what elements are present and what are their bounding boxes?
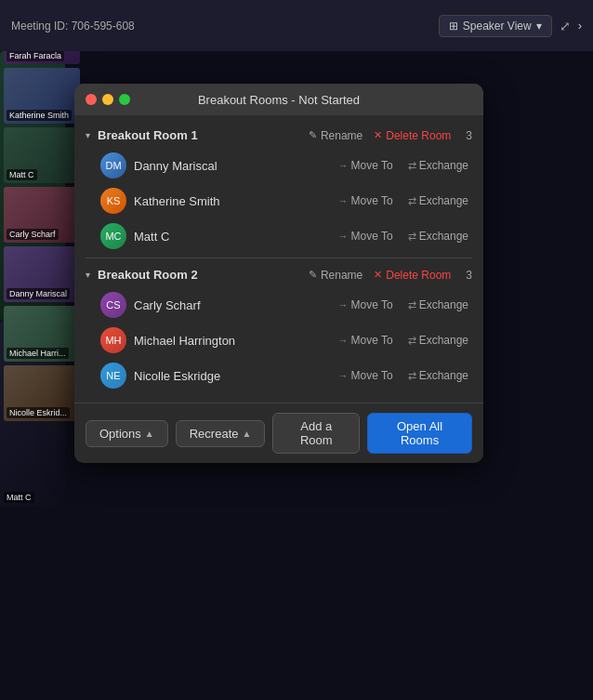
rename-label-2: Rename xyxy=(321,269,362,282)
top-bar-right: ⊞ Speaker View ▾ ⤢ › xyxy=(439,15,582,37)
room-1-header: ▾ Breakout Room 1 ✎ Rename ✕ Delete Room… xyxy=(74,123,483,148)
move-icon-katherine: → xyxy=(337,195,348,206)
participant-name-danny: Danny Mariscal xyxy=(134,159,326,173)
room-divider xyxy=(86,258,472,258)
room-1-rename-button[interactable]: ✎ Rename xyxy=(309,129,362,142)
traffic-lights xyxy=(86,94,130,105)
move-to-label-carly: Move To xyxy=(350,298,392,311)
room-2-chevron[interactable]: ▾ xyxy=(86,270,90,280)
delete-label-2: Delete Room xyxy=(386,269,451,282)
recreate-button[interactable]: Recreate ▲ xyxy=(176,420,266,447)
expand-icon[interactable]: ⤢ xyxy=(560,19,571,33)
recreate-label: Recreate xyxy=(190,427,239,441)
speaker-view-icon: ⊞ xyxy=(449,20,458,33)
participant-name-matt: Matt C xyxy=(134,230,326,244)
room-1-delete-button[interactable]: ✕ Delete Room xyxy=(374,129,451,142)
participant-actions-carly: → Move To ⇄ Exchange xyxy=(334,297,472,313)
breakout-rooms-modal: Breakout Rooms - Not Started ▾ Breakout … xyxy=(74,84,483,463)
room-2-actions: ✎ Rename ✕ Delete Room 3 xyxy=(309,269,472,282)
options-label: Options xyxy=(99,427,141,441)
room-2-header: ▾ Breakout Room 2 ✎ Rename ✕ Delete Room… xyxy=(74,262,483,287)
room-section-1: ▾ Breakout Room 1 ✎ Rename ✕ Delete Room… xyxy=(74,123,483,254)
move-icon-nicolle: → xyxy=(337,370,348,381)
exchange-icon-carly: ⇄ xyxy=(408,299,416,311)
exchange-label-matt: Exchange xyxy=(419,230,468,243)
participant-name-michael: Michael Harrington xyxy=(134,334,326,348)
participant-row-michael: MH Michael Harrington → Move To ⇄ Exchan… xyxy=(74,323,483,358)
move-to-label-danny: Move To xyxy=(350,159,392,172)
dropdown-icon: ▾ xyxy=(536,20,542,33)
exchange-button-katherine[interactable]: ⇄ Exchange xyxy=(404,192,472,209)
avatar-nicolle: NE xyxy=(100,363,126,389)
participant-actions-michael: → Move To ⇄ Exchange xyxy=(334,332,472,349)
exchange-button-carly[interactable]: ⇄ Exchange xyxy=(404,297,472,313)
rp-matt: Matt C xyxy=(4,127,80,183)
move-icon-matt: → xyxy=(337,231,348,242)
more-options-icon[interactable]: › xyxy=(578,19,582,33)
rp-katherine: Katherine Smith xyxy=(4,68,80,124)
room-2-count: 3 xyxy=(466,269,472,282)
exchange-icon-katherine: ⇄ xyxy=(408,195,416,207)
room-1-actions: ✎ Rename ✕ Delete Room 3 xyxy=(309,129,472,142)
participant-actions-nicolle: → Move To ⇄ Exchange xyxy=(334,367,472,384)
rp-michael: Michael Harri... xyxy=(4,306,80,362)
avatar-michael: MH xyxy=(100,327,126,353)
options-chevron: ▲ xyxy=(145,429,154,439)
speaker-view-button[interactable]: ⊞ Speaker View ▾ xyxy=(439,15,552,37)
room-2-rename-button[interactable]: ✎ Rename xyxy=(309,269,362,282)
participant-actions-danny: → Move To ⇄ Exchange xyxy=(334,157,472,174)
top-right-name: Farah Faracla xyxy=(7,50,64,61)
room-section-2: ▾ Breakout Room 2 ✎ Rename ✕ Delete Room… xyxy=(74,262,483,393)
modal-title: Breakout Rooms - Not Started xyxy=(198,93,360,107)
participant-name-carly: Carly Scharf xyxy=(134,298,326,312)
rp-carly: Carly Scharf xyxy=(4,187,80,243)
participant-name-katherine: Katherine Smith xyxy=(134,194,326,208)
move-to-button-katherine[interactable]: → Move To xyxy=(334,192,396,209)
meeting-id: Meeting ID: 706-595-608 xyxy=(11,20,135,33)
room-1-name: Breakout Room 1 xyxy=(98,128,303,142)
room-1-count: 3 xyxy=(466,129,472,142)
room-1-chevron[interactable]: ▾ xyxy=(86,130,90,140)
options-button[interactable]: Options ▲ xyxy=(86,420,168,447)
move-to-button-carly[interactable]: → Move To xyxy=(334,297,396,313)
avatar-danny: DM xyxy=(100,152,126,178)
move-icon-michael: → xyxy=(337,335,348,346)
exchange-label-nicolle: Exchange xyxy=(419,369,468,382)
maximize-button[interactable] xyxy=(119,94,130,105)
avatar-katherine: KS xyxy=(100,188,126,214)
participant-row-katherine: KS Katherine Smith → Move To ⇄ Exchange xyxy=(74,183,483,218)
recreate-chevron: ▲ xyxy=(242,429,251,439)
add-room-button[interactable]: Add a Room xyxy=(272,413,360,454)
move-to-label-matt: Move To xyxy=(350,230,392,243)
exchange-button-michael[interactable]: ⇄ Exchange xyxy=(404,332,472,349)
move-to-label-katherine: Move To xyxy=(350,194,392,207)
exchange-button-danny[interactable]: ⇄ Exchange xyxy=(404,157,472,174)
minimize-button[interactable] xyxy=(102,94,113,105)
close-button[interactable] xyxy=(86,94,97,105)
move-to-button-nicolle[interactable]: → Move To xyxy=(334,367,396,384)
exchange-icon-michael: ⇄ xyxy=(408,335,416,347)
exchange-button-matt[interactable]: ⇄ Exchange xyxy=(404,228,472,244)
room-2-delete-button[interactable]: ✕ Delete Room xyxy=(374,269,451,282)
move-to-button-michael[interactable]: → Move To xyxy=(334,332,396,349)
move-to-button-danny[interactable]: → Move To xyxy=(334,157,396,174)
open-all-label: Open All Rooms xyxy=(397,419,442,447)
open-all-rooms-button[interactable]: Open All Rooms xyxy=(367,413,472,454)
pencil-icon: ✎ xyxy=(309,129,317,141)
move-to-label-michael: Move To xyxy=(350,334,392,347)
exchange-label-danny: Exchange xyxy=(419,159,468,172)
exchange-label-michael: Exchange xyxy=(419,334,468,347)
delete-label: Delete Room xyxy=(386,129,451,142)
exchange-button-nicolle[interactable]: ⇄ Exchange xyxy=(404,367,472,384)
participant-row-danny: DM Danny Mariscal → Move To ⇄ Exchange xyxy=(74,148,483,183)
participant-actions-matt: → Move To ⇄ Exchange xyxy=(334,228,472,244)
rp-danny: Danny Mariscal xyxy=(4,246,80,302)
avatar-matt: MC xyxy=(100,223,126,249)
exchange-icon-matt: ⇄ xyxy=(408,231,416,243)
modal-footer: Options ▲ Recreate ▲ Add a Room Open All… xyxy=(74,403,483,463)
avatar-carly: CS xyxy=(100,292,126,318)
exchange-label-katherine: Exchange xyxy=(419,194,468,207)
move-to-button-matt[interactable]: → Move To xyxy=(334,228,396,244)
pencil-icon-2: ✎ xyxy=(309,269,317,281)
modal-body: ▾ Breakout Room 1 ✎ Rename ✕ Delete Room… xyxy=(74,115,483,403)
